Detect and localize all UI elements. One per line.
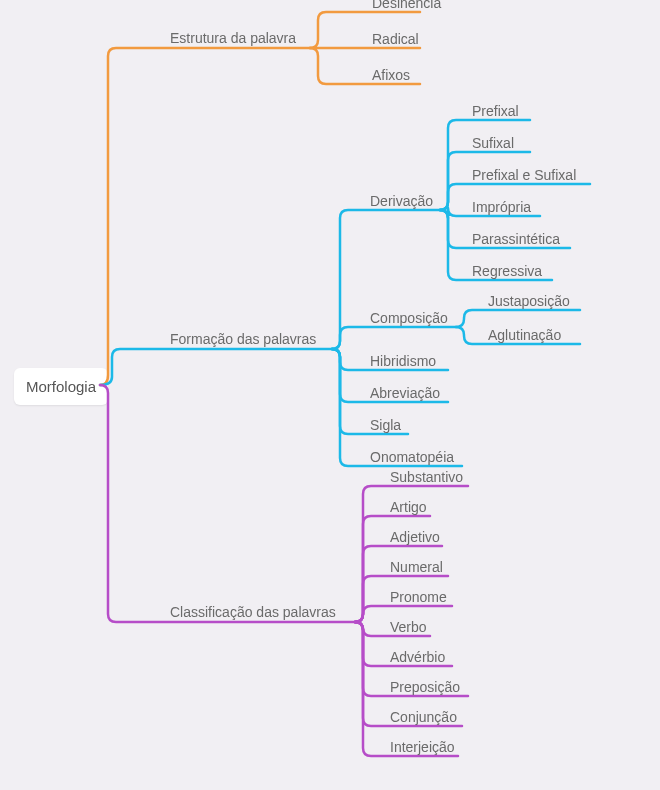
node-radical: Radical	[372, 31, 419, 47]
node-classificacao: Classificação das palavras	[170, 604, 336, 620]
node-abreviacao: Abreviação	[370, 385, 440, 401]
node-desinencia: Desinência	[372, 0, 441, 11]
node-estrutura: Estrutura da palavra	[170, 30, 296, 46]
node-verbo: Verbo	[390, 619, 427, 635]
node-onomatopeia: Onomatopéia	[370, 449, 454, 465]
node-adjetivo: Adjetivo	[390, 529, 440, 545]
node-adverbio: Advérbio	[390, 649, 445, 665]
node-formacao: Formação das palavras	[170, 331, 316, 347]
node-justaposicao: Justaposição	[488, 293, 570, 309]
node-parassintetica: Parassintética	[472, 231, 560, 247]
node-sufixal: Sufixal	[472, 135, 514, 151]
node-composicao: Composição	[370, 310, 448, 326]
node-numeral: Numeral	[390, 559, 443, 575]
root-node: Morfologia	[14, 368, 108, 405]
node-substantivo: Substantivo	[390, 469, 463, 485]
node-conjuncao: Conjunção	[390, 709, 457, 725]
node-prefixal-sufixal: Prefixal e Sufixal	[472, 167, 576, 183]
node-interjeicao: Interjeição	[390, 739, 455, 755]
node-artigo: Artigo	[390, 499, 427, 515]
node-regressiva: Regressiva	[472, 263, 542, 279]
node-pronome: Pronome	[390, 589, 447, 605]
node-prefixal: Prefixal	[472, 103, 519, 119]
node-aglutinacao: Aglutinação	[488, 327, 561, 343]
node-derivacao: Derivação	[370, 193, 433, 209]
node-afixos: Afixos	[372, 67, 410, 83]
node-sigla: Sigla	[370, 417, 401, 433]
node-preposicao: Preposição	[390, 679, 460, 695]
node-hibridismo: Hibridismo	[370, 353, 436, 369]
node-impropria: Imprópria	[472, 199, 531, 215]
